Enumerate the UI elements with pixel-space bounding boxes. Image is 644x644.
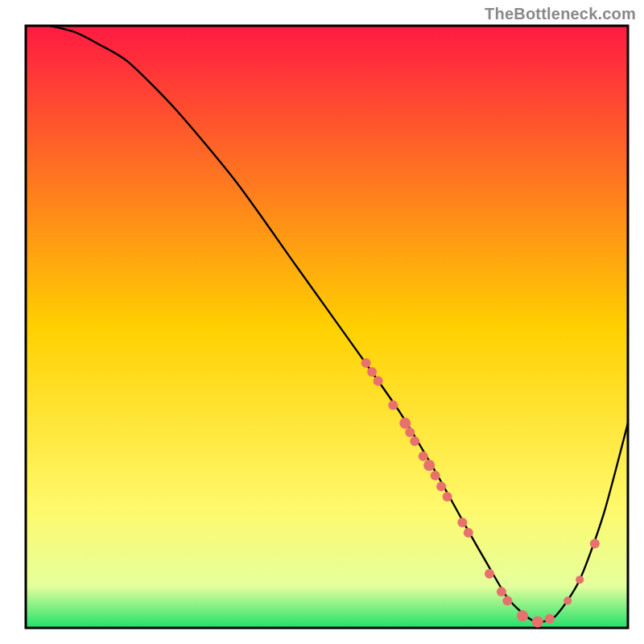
- scatter-point: [590, 539, 600, 548]
- scatter-point: [361, 358, 371, 368]
- scatter-point: [517, 610, 528, 621]
- scatter-point: [457, 518, 467, 527]
- scatter-point: [532, 617, 543, 628]
- scatter-point: [564, 597, 572, 605]
- scatter-point: [423, 460, 435, 471]
- scatter-point: [576, 576, 584, 584]
- scatter-point: [485, 569, 494, 579]
- scatter-point: [443, 492, 452, 502]
- scatter-point: [545, 614, 555, 624]
- chart-background: [26, 26, 628, 628]
- scatter-point: [497, 587, 506, 597]
- scatter-point: [405, 427, 415, 437]
- scatter-point: [399, 418, 411, 429]
- scatter-point: [419, 452, 428, 461]
- scatter-point: [431, 471, 440, 481]
- scatter-point: [436, 481, 446, 491]
- attribution-text: TheBottleneck.com: [485, 5, 636, 23]
- scatter-point: [464, 528, 473, 538]
- scatter-point: [367, 367, 377, 377]
- scatter-point: [374, 376, 383, 386]
- bottleneck-chart: [0, 0, 644, 644]
- scatter-point: [410, 436, 419, 446]
- chart-stage: TheBottleneck.com: [0, 0, 644, 644]
- scatter-point: [388, 400, 398, 410]
- scatter-point: [502, 596, 512, 605]
